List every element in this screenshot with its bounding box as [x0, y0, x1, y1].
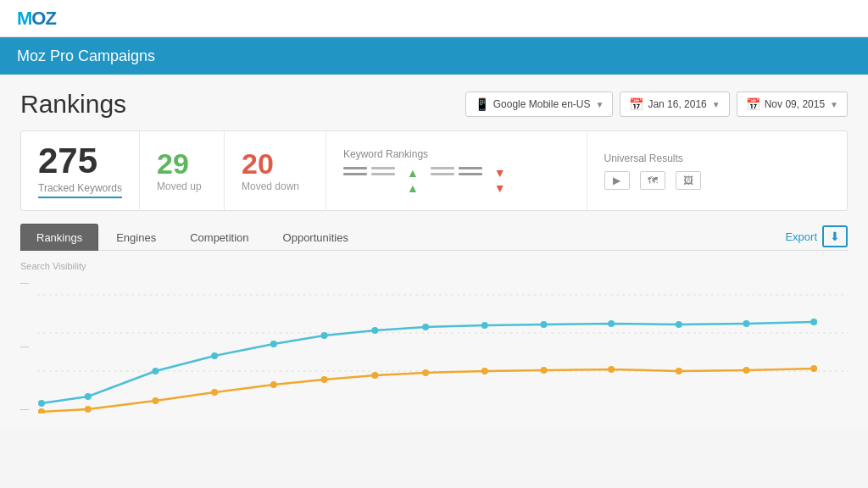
- kw-dash: [371, 167, 395, 169]
- kw-line: [343, 173, 395, 175]
- kw-dash: [459, 167, 482, 169]
- chart-y-labels: — — —: [20, 278, 29, 413]
- moved-up-number: 29: [157, 149, 207, 178]
- svg-point-27: [608, 366, 615, 373]
- svg-point-23: [371, 372, 378, 379]
- universal-icons: ▶ 🗺 🖼: [604, 171, 831, 190]
- moz-logo: MOZ: [17, 8, 56, 30]
- svg-point-10: [422, 324, 429, 330]
- svg-point-5: [152, 368, 159, 374]
- y-label-top: —: [20, 278, 29, 287]
- universal-results-block: Universal Results ▶ 🗺 🖼: [587, 131, 848, 210]
- export-icon: ⬇: [822, 225, 848, 247]
- svg-point-26: [541, 367, 548, 374]
- svg-point-18: [85, 406, 92, 413]
- kw-line: ▲: [407, 167, 419, 179]
- date1-dropdown[interactable]: 📅 Jan 16, 2016 ▼: [620, 92, 729, 117]
- y-label-mid: —: [20, 341, 29, 351]
- arrow-down-icon: ▼: [494, 167, 506, 179]
- campaign-title: Moz Pro Campaigns: [17, 47, 155, 65]
- kw-row-4: ▼ ▼: [494, 167, 506, 194]
- arrow-down-icon: ▼: [494, 182, 506, 194]
- tracked-keywords-block: 275 Tracked Keywords: [21, 131, 140, 210]
- campaign-bar: Moz Pro Campaigns: [0, 37, 868, 75]
- image-icon: 🖼: [676, 171, 701, 190]
- kw-row-3: [431, 167, 482, 194]
- stats-card: 275 Tracked Keywords 29 Moved up 20 Move…: [20, 130, 848, 211]
- keyword-rankings-block: Keyword Rankings ▲: [326, 131, 587, 210]
- kw-line: ▼: [494, 167, 506, 179]
- kw-row-2: ▲ ▲: [407, 167, 419, 194]
- arrow-up-icon: ▲: [407, 182, 419, 194]
- chart-svg: [37, 278, 848, 413]
- tab-engines[interactable]: Engines: [100, 224, 172, 251]
- kw-dash: [459, 173, 482, 175]
- kw-dash: [431, 173, 454, 175]
- kw-dash: [343, 167, 367, 169]
- chevron-down-icon: ▼: [595, 100, 604, 109]
- moved-down-number: 20: [242, 149, 309, 178]
- kw-dash: [343, 173, 367, 175]
- engine-dropdown[interactable]: 📱 Google Mobile en-US ▼: [465, 92, 614, 117]
- tab-rankings[interactable]: Rankings: [20, 224, 98, 251]
- svg-point-7: [270, 341, 277, 347]
- svg-point-9: [371, 327, 378, 334]
- top-nav: MOZ: [0, 0, 868, 37]
- svg-point-29: [743, 367, 750, 374]
- svg-point-17: [38, 408, 45, 413]
- y-label-bot: —: [20, 404, 29, 413]
- svg-point-14: [676, 321, 682, 328]
- chevron-down-icon: ▼: [712, 100, 721, 109]
- svg-point-24: [422, 369, 429, 376]
- svg-point-19: [152, 397, 159, 404]
- tab-competition[interactable]: Competition: [174, 224, 264, 251]
- svg-point-16: [810, 319, 817, 325]
- kw-line: ▲: [407, 182, 419, 194]
- date2-dropdown[interactable]: 📅 Nov 09, 2015 ▼: [737, 92, 848, 117]
- moved-down-label: Moved down: [242, 180, 309, 192]
- chart-section-label: Search Visibility: [20, 261, 848, 271]
- kw-row-1: [343, 167, 395, 194]
- kw-dash: [371, 173, 395, 175]
- chevron-down-icon: ▼: [830, 100, 838, 109]
- arrow-up-icon: ▲: [407, 167, 419, 179]
- tracked-label: Tracked Keywords: [38, 182, 122, 198]
- moved-down-block: 20 Moved down: [225, 131, 326, 210]
- svg-point-8: [321, 332, 328, 339]
- tab-opportunities[interactable]: Opportunities: [267, 224, 364, 251]
- svg-point-21: [270, 381, 277, 388]
- keyword-rankings-rows: ▲ ▲: [343, 167, 570, 194]
- map-icon: 🗺: [640, 171, 665, 190]
- video-icon: ▶: [604, 171, 630, 190]
- svg-point-15: [743, 320, 750, 327]
- chart-area: Search Visibility — — —: [20, 261, 848, 430]
- main-content: Rankings 📱 Google Mobile en-US ▼ 📅 Jan 1…: [0, 75, 868, 430]
- kw-line: ▼: [494, 182, 506, 194]
- svg-point-3: [38, 400, 45, 407]
- svg-point-20: [211, 389, 218, 396]
- svg-point-11: [481, 322, 488, 329]
- rankings-header: Rankings 📱 Google Mobile en-US ▼ 📅 Jan 1…: [20, 90, 848, 119]
- kw-line: [343, 167, 395, 169]
- keyword-rankings-title: Keyword Rankings: [343, 148, 570, 160]
- mobile-icon: 📱: [475, 97, 489, 111]
- svg-point-6: [211, 352, 218, 359]
- page-title: Rankings: [20, 90, 126, 119]
- kw-line: [431, 167, 482, 169]
- calendar-icon: 📅: [746, 97, 760, 111]
- export-label: Export: [785, 230, 817, 243]
- moved-up-label: Moved up: [157, 180, 207, 192]
- tabs-row: Rankings Engines Competition Opportuniti…: [20, 223, 848, 251]
- calendar-icon: 📅: [629, 97, 643, 111]
- kw-line: [431, 173, 482, 175]
- svg-point-25: [481, 368, 488, 374]
- svg-point-28: [676, 368, 682, 374]
- universal-results-title: Universal Results: [604, 152, 831, 164]
- svg-point-13: [608, 320, 615, 327]
- export-button[interactable]: Export ⬇: [785, 225, 848, 247]
- kw-dash: [431, 167, 454, 169]
- moved-up-block: 29 Moved up: [140, 131, 225, 210]
- svg-point-12: [541, 321, 548, 328]
- svg-point-22: [321, 376, 328, 383]
- svg-point-4: [85, 393, 92, 400]
